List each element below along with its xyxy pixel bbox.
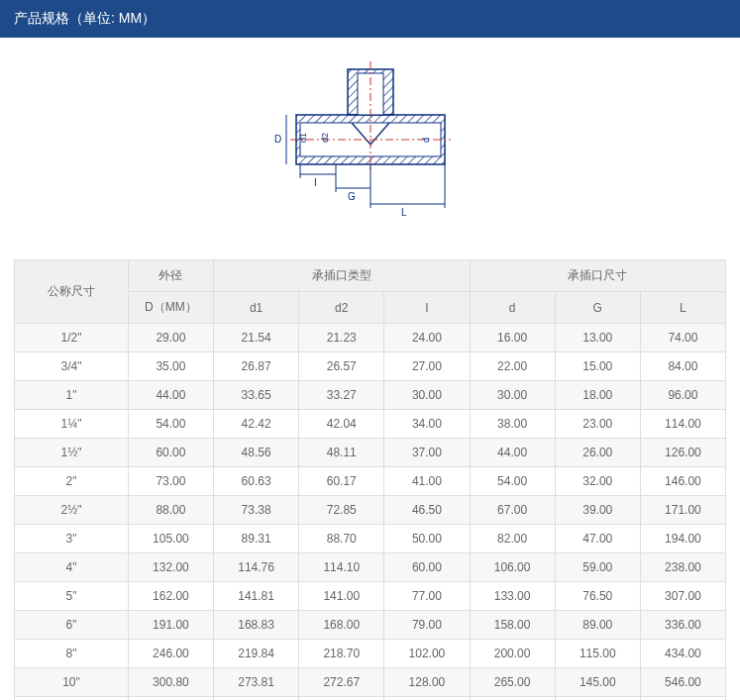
cell-d2: 21.23 (299, 324, 384, 352)
cell-L: 74.00 (640, 324, 725, 352)
table-row: 1"44.0033.6533.2730.0030.0018.0096.00 (15, 381, 726, 410)
cell-d2: 88.70 (299, 525, 384, 553)
cell-G: 32.00 (555, 467, 640, 496)
cell-G: 145.00 (555, 668, 640, 697)
cell-d2: 218.70 (299, 640, 384, 668)
cell-d1: 33.65 (214, 381, 299, 410)
table-row: 10"300.80273.81272.67128.00265.00145.005… (15, 668, 726, 697)
cell-d2: 323.47 (299, 697, 384, 701)
th-L: L (640, 292, 725, 324)
cell-L: 126.00 (640, 439, 725, 467)
technical-diagram: D d1 d2 d I G L (0, 38, 740, 259)
cell-d1: 273.81 (214, 668, 299, 697)
cell-L: 171.00 (640, 496, 725, 525)
cell-D: 29.00 (128, 324, 213, 352)
table-row: 2½"88.0073.3872.8546.5067.0039.00171.00 (15, 496, 726, 525)
th-d2: d2 (299, 292, 384, 324)
cell-D: 73.00 (128, 467, 213, 496)
cell-d2: 60.17 (299, 467, 384, 496)
table-row: 1½"60.0048.5648.1137.0044.0026.00126.00 (15, 439, 726, 467)
cell-d: 16.00 (470, 324, 555, 352)
cell-nominal: 1½" (15, 439, 129, 467)
cell-G: 59.00 (555, 553, 640, 582)
cell-d1: 219.84 (214, 640, 299, 668)
tee-fitting-diagram: D d1 d2 d I G L (266, 61, 475, 230)
cell-L: 238.00 (640, 553, 725, 582)
cell-I: 27.00 (384, 352, 470, 381)
cell-d: 82.00 (470, 525, 555, 553)
table-row: 4"132.00114.76114.1060.00106.0059.00238.… (15, 553, 726, 582)
cell-I: 34.00 (384, 410, 470, 439)
cell-nominal: 12" (15, 697, 129, 701)
cell-d1: 42.42 (214, 410, 299, 439)
cell-L: 336.00 (640, 611, 725, 640)
cell-d2: 42.04 (299, 410, 384, 439)
table-row: 1¼"54.0042.4242.0434.0038.0023.00114.00 (15, 410, 726, 439)
cell-d: 265.00 (470, 668, 555, 697)
page-title: 产品规格（单位: MM） (0, 0, 740, 38)
cell-G: 89.00 (555, 611, 640, 640)
cell-d1: 73.38 (214, 496, 299, 525)
spec-table-container: 公称尺寸 外径 承插口类型 承插口尺寸 D（MM） d1 d2 I d G L … (0, 259, 740, 700)
cell-D: 44.00 (128, 381, 213, 410)
cell-D: 54.00 (128, 410, 213, 439)
cell-D: 60.00 (128, 439, 213, 467)
cell-L: 84.00 (640, 352, 725, 381)
dim-label-G: G (348, 191, 356, 202)
cell-L: 678.00 (640, 697, 725, 701)
th-d: d (470, 292, 555, 324)
dim-label-d2: d2 (320, 133, 330, 143)
cell-G: 23.00 (555, 410, 640, 439)
cell-d1: 26.87 (214, 352, 299, 381)
cell-d: 38.00 (470, 410, 555, 439)
table-row: 12"363.50324.61323.47164.00313.50175.006… (15, 697, 726, 701)
cell-D: 88.00 (128, 496, 213, 525)
cell-d1: 89.31 (214, 525, 299, 553)
cell-d: 30.00 (470, 381, 555, 410)
cell-G: 115.00 (555, 640, 640, 668)
cell-D: 246.00 (128, 640, 213, 668)
cell-D: 35.00 (128, 352, 213, 381)
cell-G: 26.00 (555, 439, 640, 467)
cell-G: 13.00 (555, 324, 640, 352)
cell-d: 44.00 (470, 439, 555, 467)
cell-d2: 168.00 (299, 611, 384, 640)
cell-nominal: 3/4" (15, 352, 129, 381)
table-row: 3"105.0089.3188.7050.0082.0047.00194.00 (15, 525, 726, 553)
cell-d2: 141.00 (299, 582, 384, 611)
cell-I: 50.00 (384, 525, 470, 553)
cell-I: 30.00 (384, 381, 470, 410)
cell-G: 47.00 (555, 525, 640, 553)
th-socket-type: 承插口类型 (214, 260, 470, 292)
table-header: 公称尺寸 外径 承插口类型 承插口尺寸 D（MM） d1 d2 I d G L (15, 260, 726, 324)
cell-nominal: 3" (15, 525, 129, 553)
cell-d2: 33.27 (299, 381, 384, 410)
cell-nominal: 1/2" (15, 324, 129, 352)
cell-d2: 272.67 (299, 668, 384, 697)
cell-d1: 168.83 (214, 611, 299, 640)
cell-D: 191.00 (128, 611, 213, 640)
cell-nominal: 2" (15, 467, 129, 496)
cell-I: 128.00 (384, 668, 470, 697)
cell-I: 46.50 (384, 496, 470, 525)
cell-d: 22.00 (470, 352, 555, 381)
table-row: 6"191.00168.83168.0079.00158.0089.00336.… (15, 611, 726, 640)
th-I: I (384, 292, 470, 324)
cell-L: 114.00 (640, 410, 725, 439)
cell-d2: 48.11 (299, 439, 384, 467)
cell-d1: 21.54 (214, 324, 299, 352)
cell-D: 105.00 (128, 525, 213, 553)
cell-D: 363.50 (128, 697, 213, 701)
table-row: 1/2"29.0021.5421.2324.0016.0013.0074.00 (15, 324, 726, 352)
th-D: D（MM） (128, 292, 213, 324)
th-socket-dim: 承插口尺寸 (470, 260, 726, 292)
th-d1: d1 (214, 292, 299, 324)
dim-label-I: I (314, 177, 317, 188)
dim-label-L: L (401, 207, 407, 218)
cell-nominal: 2½" (15, 496, 129, 525)
cell-I: 77.00 (384, 582, 470, 611)
cell-d1: 60.63 (214, 467, 299, 496)
cell-G: 18.00 (555, 381, 640, 410)
cell-nominal: 1" (15, 381, 129, 410)
cell-L: 96.00 (640, 381, 725, 410)
